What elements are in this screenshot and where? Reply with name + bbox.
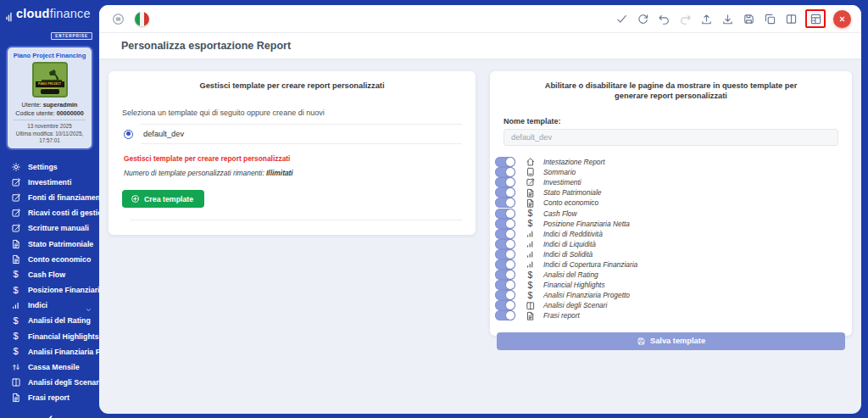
sidebar-item-analisi-degli-scenari[interactable]: Analisi degli Scenari	[0, 375, 99, 390]
toggle-frasi-report[interactable]	[495, 310, 515, 320]
sidebar-item-analisi-finanziaria-progetto[interactable]: $Analisi Finanziaria Progetto	[0, 344, 99, 359]
page-row-analisi-finanziaria-progetto: $Analisi Finanziaria Progetto	[495, 290, 838, 300]
toggle-stato-patrimoniale[interactable]	[495, 187, 515, 198]
template-option-default-dev[interactable]: default_dev	[122, 125, 462, 143]
dollar-icon: $	[525, 290, 536, 301]
page-label: Analisi del Rating	[543, 270, 598, 279]
sidebar-item-posizione-finanziaria-netta[interactable]: $Posizione Finanziaria Netta	[0, 282, 99, 298]
page-label: Financial Highlights	[543, 281, 605, 289]
toggle-knob	[506, 230, 515, 238]
toggle-knob	[506, 198, 515, 207]
project-title: Piano Project Financing	[11, 52, 88, 59]
toggle-sommario[interactable]	[495, 167, 515, 177]
toggle-analisi-degli-scenari[interactable]	[495, 300, 515, 310]
sidebar-item-indici[interactable]: Indici	[0, 298, 99, 313]
doc-icon	[525, 198, 536, 209]
page-label: Indici di Copertura Finanziaria	[543, 260, 637, 269]
toggle-indici-di-liquidit[interactable]	[495, 239, 515, 249]
toggle-financial-highlights[interactable]	[495, 280, 515, 290]
sidebar-item-conto-economico[interactable]: Conto economico	[0, 252, 99, 267]
page-row-intestazione-report: Intestazione Report	[495, 157, 838, 167]
sidebar-item-label: Analisi del Rating	[28, 316, 91, 325]
page-label: Indici di Redditività	[543, 230, 603, 238]
sidebar-menu: SettingsInvestimentiFonti di finanziamen…	[0, 159, 99, 406]
book-icon	[525, 300, 536, 311]
edit-icon	[525, 177, 536, 188]
language-flag-italy-icon[interactable]	[135, 12, 149, 26]
page-label: Cash Flow	[543, 209, 577, 218]
toggle-knob	[506, 188, 515, 197]
sidebar-item-label: Financial Highlights	[28, 332, 99, 341]
sidebar-item-fonti-di-finanziamento[interactable]: Fonti di finanziamento	[0, 190, 99, 205]
sidebar-item-cassa-mensile[interactable]: Cassa Mensile	[0, 359, 99, 375]
sidebar-item-stato-patrimoniale[interactable]: Stato Patrimoniale	[0, 236, 99, 251]
book-icon	[10, 377, 21, 388]
sidebar-item-label: Settings	[28, 163, 58, 171]
menu-icon[interactable]	[111, 12, 125, 25]
create-template-button[interactable]: Crea template	[122, 190, 204, 208]
dollar-icon: $	[525, 270, 536, 281]
right-panel-title: Abilitare o disabilitare le pagine da mo…	[504, 81, 838, 101]
sidebar-item-cash-flow[interactable]: $Cash Flow	[0, 267, 99, 282]
dollar-icon: $	[10, 346, 21, 357]
save-template-button[interactable]: Salva template	[497, 332, 845, 350]
toggle-analisi-del-rating[interactable]	[495, 270, 515, 280]
toggle-indici-di-solidit[interactable]	[495, 249, 515, 259]
home-icon	[525, 157, 536, 168]
upload-icon[interactable]	[699, 12, 713, 25]
doc-icon	[525, 310, 536, 321]
undo-icon[interactable]	[657, 12, 670, 25]
page-label: Frasi report	[543, 311, 580, 320]
toggle-cash-flow[interactable]	[495, 209, 515, 219]
sidebar-item-analisi-del-rating[interactable]: $Analisi del Rating	[0, 313, 99, 328]
split-view-icon[interactable]	[784, 12, 798, 25]
sidebar-item-financial-highlights[interactable]: $Financial Highlights	[0, 329, 99, 344]
template-name-input[interactable]	[504, 129, 838, 146]
refresh-icon[interactable]	[636, 12, 649, 25]
project-logo-banner: PIANO PROJECT FINANCING	[36, 81, 64, 87]
save-icon[interactable]	[742, 12, 755, 25]
toggle-knob	[506, 220, 515, 228]
toggle-intestazione-report[interactable]	[495, 157, 515, 167]
topbar-left	[111, 12, 149, 26]
sidebar-item-investimenti[interactable]: Investimenti	[0, 175, 99, 190]
toggle-indici-di-redditivit[interactable]	[495, 229, 515, 239]
copy-icon[interactable]	[763, 12, 776, 25]
dollar-icon: $	[525, 208, 536, 219]
pages-toggle-list: Intestazione ReportSommarioInvestimentiS…	[495, 157, 838, 321]
page-row-conto-economico: Conto economico	[495, 198, 838, 208]
toggle-knob	[506, 158, 515, 166]
sidebar-item-frasi-report[interactable]: Frasi report	[0, 390, 99, 405]
soundbars-icon	[5, 10, 16, 24]
page-row-posizione-finanziaria-netta: $Posizione Finanziaria Netta	[495, 219, 838, 229]
toggle-posizione-finanziaria-netta[interactable]	[495, 219, 515, 229]
close-icon[interactable]	[833, 10, 851, 28]
dollar-icon: $	[10, 331, 21, 342]
project-card[interactable]: Piano Project Financing PIANO PROJECT FI…	[6, 46, 93, 150]
confirm-icon[interactable]	[615, 12, 628, 25]
sidebar-item-scritture-manuali[interactable]: Scritture manuali	[0, 220, 99, 236]
toggle-indici-di-copertura-finanziaria[interactable]	[495, 259, 515, 270]
toggle-knob	[506, 301, 515, 309]
download-icon[interactable]	[721, 12, 734, 25]
toggle-analisi-finanziaria-progetto[interactable]	[495, 290, 515, 300]
sidebar-item-ricavi-costi-di-gestione[interactable]: Ricavi costi di gestione	[0, 205, 99, 220]
page-label: Conto economico	[543, 198, 598, 207]
page-label: Indici di Solidità	[543, 250, 593, 259]
chevron-down-icon	[85, 302, 92, 309]
dollar-icon: $	[525, 280, 536, 291]
sidebar-item-label: Analisi degli Scenari	[28, 378, 101, 387]
radio-selected-icon[interactable]	[124, 130, 133, 139]
page-row-sommario: Sommario	[495, 167, 838, 177]
export-table-icon[interactable]	[809, 12, 822, 25]
page-label: Investimenti	[543, 178, 581, 187]
toggle-conto-economico[interactable]	[495, 198, 515, 208]
doc-icon	[10, 393, 21, 404]
redo-icon[interactable]	[678, 12, 692, 25]
toggle-investimenti[interactable]	[495, 177, 515, 187]
sidebar-item-label: Fonti di finanziamento	[28, 193, 107, 202]
create-template-label: Crea template	[144, 195, 193, 203]
page-row-indici-di-solidit: Indici di Solidità	[495, 249, 838, 259]
sidebar-item-settings[interactable]: Settings	[0, 159, 99, 175]
collapse-sidebar-icon[interactable]	[33, 413, 67, 418]
